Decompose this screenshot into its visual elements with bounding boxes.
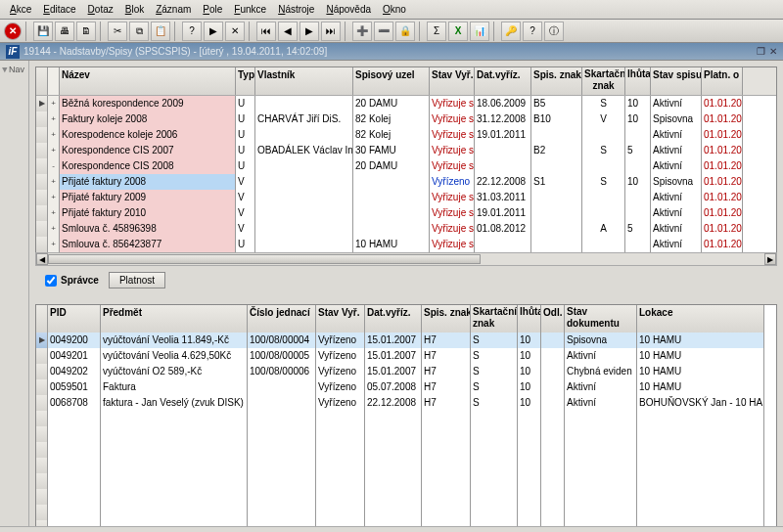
insert-icon[interactable]: ➕ <box>352 22 372 41</box>
table-row[interactable]: +Přijaté faktury 2009VVyřizuje s31.03.20… <box>36 190 776 205</box>
table-row[interactable]: 0049202vyúčtování O2 589,-Kč100/08/00006… <box>36 364 776 379</box>
delete-icon[interactable]: ➖ <box>374 22 393 41</box>
files-grid[interactable]: Název Typ Vlastník Spisový uzel Stav Vyř… <box>35 66 777 253</box>
excel-icon[interactable]: X <box>448 22 468 41</box>
query-exec-icon[interactable]: ▶ <box>204 22 223 41</box>
query-enter-icon[interactable]: ? <box>182 22 202 41</box>
window-titlebar: iF 19144 - Nadstavby/Spisy (SPSCSPIS) - … <box>0 43 783 61</box>
table-row[interactable]: ▶+Běžná korespondence 2009U20 DAMUVyřizu… <box>36 96 776 111</box>
expand-icon[interactable]: + <box>48 96 60 111</box>
table-row[interactable]: +Smlouva č. 856423877U10 HAMUVyřizuje sA… <box>36 237 776 252</box>
app-icon: iF <box>6 45 20 59</box>
expand-icon[interactable]: + <box>48 237 60 252</box>
table-row[interactable]: +Smlouva č. 45896398VVyřizuje s01.08.201… <box>36 221 776 237</box>
statusbar <box>0 526 783 532</box>
table-row[interactable]: +Přijaté faktury 2010VVyřizuje s19.01.20… <box>36 205 776 221</box>
last-icon[interactable]: ⏭ <box>321 22 341 41</box>
menu-editace[interactable]: Editace <box>37 2 81 17</box>
next-icon[interactable]: ▶ <box>299 22 319 41</box>
preview-icon[interactable]: 🗎 <box>76 22 96 41</box>
sigma-icon[interactable]: Σ <box>427 22 446 41</box>
restore-icon[interactable]: ❐ <box>757 46 765 57</box>
menu-záznam[interactable]: Záznam <box>150 2 197 17</box>
table-row[interactable]: +Korespodence koleje 2006U82 KolejVyřizu… <box>36 127 776 143</box>
table-row[interactable]: +Korespondence CIS 2007UOBADÁLEK Václav … <box>36 143 776 158</box>
cut-icon[interactable]: ✂ <box>108 22 127 41</box>
prev-icon[interactable]: ◀ <box>278 22 298 41</box>
help-icon[interactable]: ? <box>523 22 542 41</box>
table-row-empty <box>36 505 776 520</box>
table-row[interactable]: 0049201vyúčtování Veolia 4.629,50Kč100/0… <box>36 348 776 364</box>
table-row-empty <box>36 473 776 489</box>
window-title: 19144 - Nadstavby/Spisy (SPSCSPIS) - [út… <box>23 46 327 57</box>
expand-icon[interactable]: + <box>48 174 60 190</box>
table-row-empty <box>36 411 776 426</box>
expand-icon[interactable]: + <box>48 127 60 143</box>
table-row[interactable]: +Faktury koleje 2008UCHARVÁT Jiří DiS.82… <box>36 111 776 127</box>
documents-grid-header: PID Předmět Číslo jednací Stav Vyř. Dat.… <box>36 305 776 332</box>
expand-icon[interactable]: - <box>48 158 60 174</box>
menu-pole[interactable]: Pole <box>197 2 228 17</box>
table-row-empty <box>36 442 776 458</box>
table-row-empty <box>36 520 776 526</box>
table-row[interactable]: ▶0049200vyúčtování Veolia 11.849,-Kč100/… <box>36 332 776 348</box>
keys-icon[interactable]: 🔑 <box>501 22 521 41</box>
menu-nástroje[interactable]: Nástroje <box>272 2 320 17</box>
admin-checkbox[interactable]: Správce <box>45 275 99 287</box>
table-row-empty <box>36 426 776 442</box>
paste-icon[interactable]: 📋 <box>151 22 170 41</box>
table-row[interactable]: 0059501FakturaVyřízeno05.07.2008H7S10Akt… <box>36 379 776 395</box>
exit-button[interactable]: ✕ <box>4 22 22 40</box>
documents-grid[interactable]: PID Předmět Číslo jednací Stav Vyř. Dat.… <box>35 304 777 526</box>
menu-blok[interactable]: Blok <box>119 2 150 17</box>
table-row-empty <box>36 489 776 505</box>
menu-nápověda[interactable]: Nápověda <box>320 2 377 17</box>
files-grid-header: Název Typ Vlastník Spisový uzel Stav Vyř… <box>36 67 776 96</box>
copy-icon[interactable]: ⧉ <box>129 22 149 41</box>
toolbar: ✕ 💾 🖶 🗎 ✂ ⧉ 📋 ? ▶ ✕ ⏮ ◀ ▶ ⏭ ➕ ➖ 🔒 Σ X 📊 … <box>0 20 783 43</box>
expand-icon[interactable]: + <box>48 143 60 158</box>
close-window-icon[interactable]: ✕ <box>769 46 777 57</box>
menu-funkce[interactable]: Funkce <box>228 2 272 17</box>
table-row[interactable]: +Přijaté faktury 2008VVyřízeno22.12.2008… <box>36 174 776 190</box>
query-cancel-icon[interactable]: ✕ <box>225 22 245 41</box>
lock-icon[interactable]: 🔒 <box>395 22 415 41</box>
save-icon[interactable]: 💾 <box>33 22 53 41</box>
menu-dotaz[interactable]: Dotaz <box>82 2 119 17</box>
table-row-empty <box>36 458 776 473</box>
first-icon[interactable]: ⏮ <box>256 22 276 41</box>
nav-panel: Nav <box>0 61 29 526</box>
expand-icon[interactable]: + <box>48 205 60 221</box>
files-grid-hscroll[interactable]: ◀▶ <box>35 252 777 266</box>
expand-icon[interactable]: + <box>48 221 60 237</box>
expand-icon[interactable]: + <box>48 111 60 127</box>
table-row[interactable]: -Korespondence CIS 2008U20 DAMUVyřizuje … <box>36 158 776 174</box>
chart-icon[interactable]: 📊 <box>470 22 489 41</box>
menubar: AkceEditaceDotazBlokZáznamPoleFunkceNást… <box>0 0 783 20</box>
info-icon[interactable]: ⓘ <box>544 22 564 41</box>
menu-okno[interactable]: Okno <box>377 2 412 17</box>
validity-button[interactable]: Platnost <box>109 272 165 288</box>
print-icon[interactable]: 🖶 <box>55 22 74 41</box>
table-row[interactable]: 0068708faktura - Jan Veselý (zvuk DISK)V… <box>36 395 776 411</box>
expand-icon[interactable]: + <box>48 190 60 205</box>
menu-akce[interactable]: Akce <box>4 2 37 17</box>
nav-label[interactable]: Nav <box>2 65 26 74</box>
